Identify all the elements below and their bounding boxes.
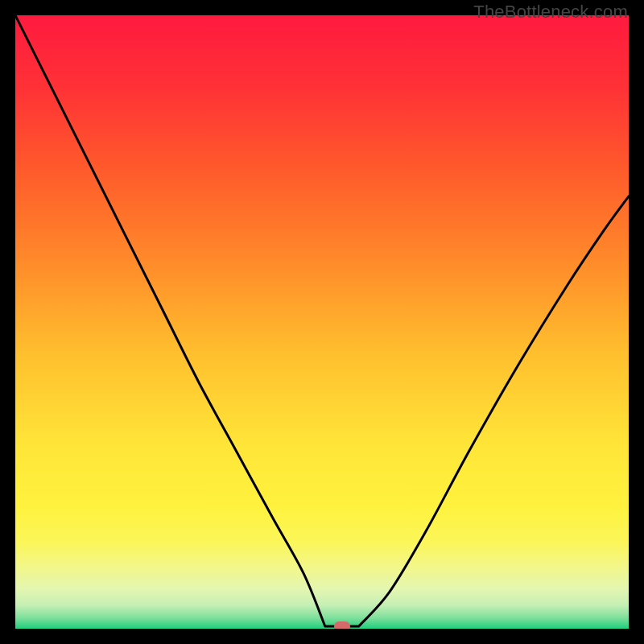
plot-area (15, 15, 629, 629)
bottleneck-curve (15, 15, 629, 629)
watermark-text: TheBottleneck.com (473, 2, 628, 23)
chart-frame: TheBottleneck.com (0, 0, 644, 644)
optimal-point-marker (334, 621, 350, 629)
